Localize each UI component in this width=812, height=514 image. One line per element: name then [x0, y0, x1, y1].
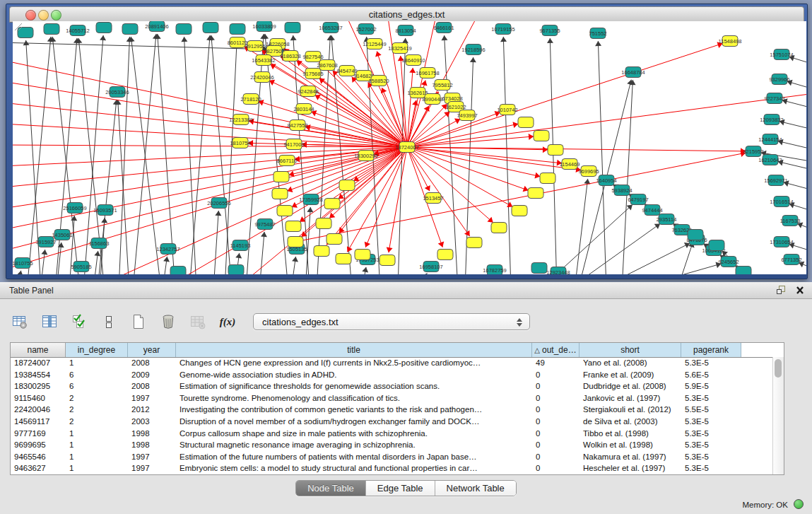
table-cell[interactable]: 18300295	[11, 380, 66, 392]
table-cell[interactable]: 0	[532, 462, 579, 474]
graph-node[interactable]: 9474444	[642, 205, 662, 216]
table-row[interactable]: 1938455462009Genome-wide association stu…	[11, 369, 773, 381]
table-cell[interactable]: 18724007	[11, 357, 66, 369]
graph-node[interactable]	[96, 23, 112, 33]
table-cell[interactable]: 22420046	[11, 404, 66, 416]
graph-node[interactable]	[336, 254, 351, 264]
graph-node[interactable]: 2935114	[657, 214, 677, 225]
table-row[interactable]: 977716911998Corpus callosum shape and si…	[11, 428, 773, 440]
table-cell[interactable]: Hescheler et al. (1997)	[579, 462, 681, 474]
graph-node[interactable]: 12125449	[363, 39, 386, 49]
graph-node[interactable]	[466, 238, 482, 248]
close-panel-icon[interactable]	[795, 284, 805, 296]
table-cell[interactable]: Tourette syndrome. Phenomenology and cla…	[176, 392, 532, 404]
graph-node[interactable]: 9671355	[539, 25, 560, 36]
tab-node-table[interactable]: Node Table	[296, 481, 366, 496]
graph-node[interactable]: 9417003	[283, 139, 304, 150]
graph-node[interactable]: 751552	[589, 28, 606, 39]
table-cell[interactable]: Disruption of a novel member of a sodium…	[176, 416, 532, 428]
column-header-pagerank[interactable]: pagerank	[681, 343, 741, 357]
graph-node[interactable]	[285, 23, 300, 33]
graph-node[interactable]: 8427552	[287, 120, 307, 131]
graph-node[interactable]: 1167533	[780, 216, 801, 226]
graph-node[interactable]	[273, 172, 289, 182]
table-cell[interactable]: 1997	[128, 451, 176, 463]
graph-edge-black[interactable]	[598, 41, 606, 274]
graph-node[interactable]	[491, 223, 507, 233]
graph-edge-black[interactable]	[265, 34, 288, 274]
graph-node[interactable]	[44, 24, 59, 35]
graph-edge-black[interactable]	[630, 264, 721, 274]
graph-node[interactable]	[203, 23, 218, 33]
table-cell[interactable]: 5.9E-5	[681, 380, 741, 392]
graph-node[interactable]: 11548498	[719, 36, 742, 47]
graph-node[interactable]: 16033809	[252, 21, 276, 32]
graph-node[interactable]: 12444154	[758, 134, 782, 145]
resize-grip-icon[interactable]	[13, 21, 23, 31]
table-row[interactable]: 911546021997Tourette syndrome. Phenomeno…	[11, 392, 773, 404]
table-cell[interactable]: 5.3E-5	[681, 357, 741, 369]
table-cell[interactable]: 2	[66, 404, 128, 416]
graph-node[interactable]: 5938924	[611, 185, 632, 196]
table-cell[interactable]: 14569117	[11, 416, 66, 428]
table-row[interactable]: 1830029562008Estimation of significance …	[11, 380, 773, 392]
graph-node[interactable]	[324, 199, 340, 209]
table-cell[interactable]: Embryonic stem cells: a model to study s…	[176, 462, 532, 474]
table-cell[interactable]: 5.3E-5	[681, 416, 741, 428]
graph-node[interactable]: 12923448	[546, 267, 570, 275]
graph-node[interactable]: 17359928	[299, 194, 322, 205]
table-cell[interactable]: 5.5E-5	[681, 404, 741, 416]
graph-edge-red[interactable]	[269, 81, 407, 147]
graph-node[interactable]: 1810754	[230, 138, 250, 148]
graph-node[interactable]	[512, 206, 527, 216]
graph-node[interactable]	[228, 265, 244, 275]
graph-edge-black[interactable]	[677, 242, 693, 274]
table-cell[interactable]: 1998	[128, 428, 176, 440]
graph-node[interactable]	[355, 250, 370, 260]
table-cell[interactable]: 2012	[128, 404, 176, 416]
function-builder-icon[interactable]: f(x)	[218, 312, 237, 332]
table-cell[interactable]: Dudbridge et al. (2008)	[579, 380, 681, 392]
graph-node[interactable]: 3915927	[35, 237, 56, 247]
table-cell[interactable]: 9699695	[11, 439, 66, 451]
graph-node[interactable]	[534, 131, 549, 141]
graph-node[interactable]: 9175685	[302, 69, 323, 79]
graph-edge-black[interactable]	[259, 232, 264, 274]
table-row[interactable]: 946362711997Embryonic stem cells: a mode…	[11, 462, 773, 474]
graph-node[interactable]: 2803144	[293, 104, 314, 115]
graph-edge-black[interactable]	[189, 35, 210, 274]
table-cell[interactable]: 1997	[128, 462, 176, 474]
table-cell[interactable]: Corpus callosum shape and size in male p…	[176, 428, 532, 440]
graph-node[interactable]: 19218596	[461, 45, 485, 55]
graph-node[interactable]: 9975487	[254, 219, 275, 230]
table-cell[interactable]: Changes of HCN gene expression and I(f) …	[176, 357, 532, 369]
graph-node[interactable]: 20053346	[105, 87, 129, 98]
delete-table-icon[interactable]	[188, 312, 208, 332]
clear-selection-icon[interactable]	[99, 312, 119, 332]
graph-node[interactable]	[277, 206, 293, 216]
graph-edge-red[interactable]	[13, 147, 407, 166]
select-all-icon[interactable]	[69, 312, 89, 332]
table-cell[interactable]: 0	[532, 392, 579, 404]
table-cell[interactable]: 9463627	[11, 462, 66, 474]
table-cell[interactable]: 0	[532, 451, 579, 463]
table-cell[interactable]: 5.6E-5	[681, 369, 741, 381]
table-cell[interactable]: 1	[66, 462, 128, 474]
graph-node[interactable]	[709, 240, 724, 251]
graph-node[interactable]: 20891406	[145, 21, 168, 32]
table-select-dropdown[interactable]: citations_edges.txt	[253, 313, 530, 330]
graph-node[interactable]: 9329966	[769, 74, 789, 85]
graph-node[interactable]: 1810755	[13, 258, 33, 269]
column-header-year[interactable]: year	[128, 343, 176, 357]
graph-node[interactable]: 1527002	[355, 24, 376, 35]
table-cell[interactable]: Investigating the contribution of common…	[176, 404, 532, 416]
table-cell[interactable]: 19384554	[11, 369, 66, 381]
delete-icon[interactable]	[158, 312, 178, 332]
graph-node[interactable]: 12093832	[760, 115, 783, 125]
table-cell[interactable]: 49	[532, 357, 579, 369]
graph-edge-black[interactable]	[158, 34, 175, 274]
table-cell[interactable]: 1	[66, 451, 128, 463]
graph-node[interactable]: 8813054	[395, 25, 416, 36]
table-cell[interactable]: Estimation of significance thresholds fo…	[176, 380, 532, 392]
table-row[interactable]: 969969511998Structural magnetic resonanc…	[11, 439, 773, 451]
